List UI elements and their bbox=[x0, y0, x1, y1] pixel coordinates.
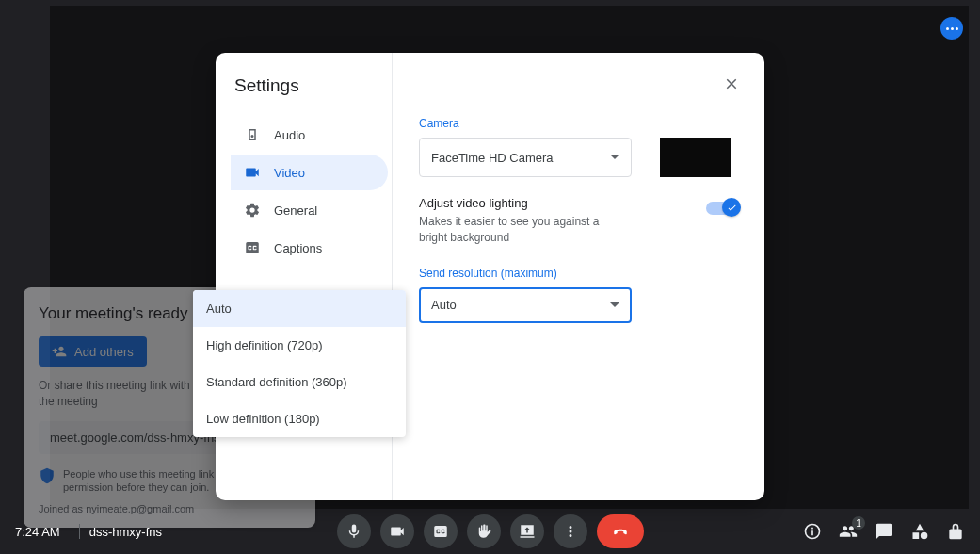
phone-icon bbox=[612, 523, 629, 540]
camera-icon bbox=[244, 164, 261, 181]
chevron-down-icon bbox=[610, 153, 619, 162]
nav-audio-label: Audio bbox=[274, 128, 305, 142]
mic-button[interactable] bbox=[337, 514, 371, 548]
hand-icon bbox=[475, 523, 492, 540]
shield-icon bbox=[39, 467, 56, 484]
person-add-icon bbox=[52, 344, 67, 359]
dropdown-option-720p[interactable]: High definition (720p) bbox=[193, 327, 406, 364]
shapes-icon bbox=[910, 522, 929, 541]
nav-video-label: Video bbox=[274, 166, 305, 180]
settings-title: Settings bbox=[234, 75, 384, 96]
camera-button[interactable] bbox=[380, 514, 414, 548]
gear-icon bbox=[244, 202, 261, 219]
dropdown-option-360p[interactable]: Standard definition (360p) bbox=[193, 364, 406, 400]
speaker-icon bbox=[244, 126, 261, 143]
people-button[interactable]: 1 bbox=[839, 522, 858, 541]
nav-captions-label: Captions bbox=[274, 241, 322, 255]
nav-captions[interactable]: Captions bbox=[231, 230, 388, 266]
hangup-button[interactable] bbox=[597, 514, 644, 548]
dropdown-option-180p[interactable]: Low definition (180p) bbox=[193, 400, 406, 437]
captions-button[interactable] bbox=[424, 514, 458, 548]
lock-icon bbox=[946, 522, 965, 541]
info-button[interactable] bbox=[803, 522, 822, 541]
chat-button[interactable] bbox=[875, 522, 893, 541]
camera-value: FaceTime HD Camera bbox=[431, 151, 554, 165]
chat-icon bbox=[875, 522, 893, 541]
captions-icon bbox=[244, 239, 261, 256]
camera-select[interactable]: FaceTime HD Camera bbox=[419, 138, 632, 177]
send-res-value: Auto bbox=[431, 298, 457, 312]
lighting-toggle[interactable] bbox=[706, 202, 738, 215]
more-options-badge[interactable] bbox=[940, 17, 963, 40]
camera-preview bbox=[660, 138, 731, 177]
check-icon bbox=[727, 203, 737, 213]
present-icon bbox=[519, 523, 536, 540]
lighting-desc: Makes it easier to see you against a bri… bbox=[419, 214, 617, 246]
center-controls bbox=[337, 514, 644, 548]
people-count: 1 bbox=[852, 516, 865, 530]
captions-icon bbox=[432, 523, 449, 540]
more-vert-icon bbox=[562, 523, 579, 540]
info-icon bbox=[803, 522, 822, 541]
lighting-title: Adjust video lighting bbox=[419, 196, 617, 210]
nav-general-label: General bbox=[274, 204, 317, 218]
close-icon bbox=[723, 75, 740, 92]
close-button[interactable] bbox=[719, 72, 744, 99]
send-res-label: Send resolution (maximum) bbox=[419, 267, 738, 280]
meeting-code: dss-hmxy-fns bbox=[89, 525, 162, 539]
add-others-label: Add others bbox=[74, 345, 134, 359]
activities-button[interactable] bbox=[910, 522, 929, 541]
mic-icon bbox=[345, 523, 362, 540]
right-controls: 1 bbox=[803, 522, 965, 541]
more-button[interactable] bbox=[554, 514, 587, 548]
dropdown-option-auto[interactable]: Auto bbox=[193, 290, 406, 327]
camera-label: Camera bbox=[419, 117, 738, 130]
bottom-bar: 7:24 AM dss-hmxy-fns 1 bbox=[0, 509, 980, 554]
send-resolution-select[interactable]: Auto bbox=[419, 287, 632, 323]
raise-hand-button[interactable] bbox=[467, 514, 501, 548]
divider bbox=[79, 524, 80, 539]
present-button[interactable] bbox=[510, 514, 544, 548]
camera-icon bbox=[389, 523, 406, 540]
send-resolution-dropdown: Auto High definition (720p) Standard def… bbox=[193, 290, 406, 437]
nav-audio[interactable]: Audio bbox=[231, 117, 388, 153]
settings-content: Camera FaceTime HD Camera Adjust video l… bbox=[393, 53, 764, 500]
host-controls-button[interactable] bbox=[946, 522, 965, 541]
nav-video[interactable]: Video bbox=[231, 155, 388, 190]
add-others-button[interactable]: Add others bbox=[39, 336, 147, 367]
chevron-down-icon bbox=[610, 301, 619, 310]
nav-general[interactable]: General bbox=[231, 192, 388, 228]
clock: 7:24 AM bbox=[15, 525, 60, 539]
